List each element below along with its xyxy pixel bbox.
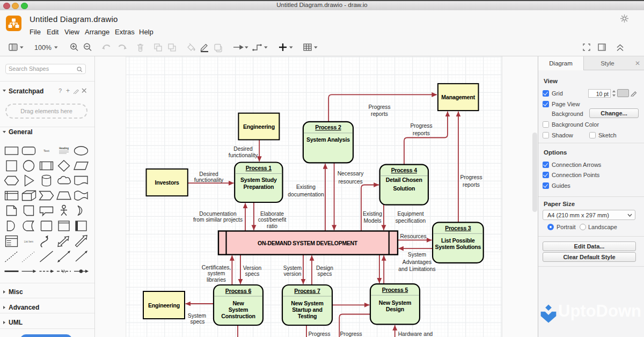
svg-text:from similar projects: from similar projects: [193, 217, 243, 223]
svg-text:Construction: Construction: [221, 313, 255, 319]
svg-text:and Limitations: and Limitations: [398, 266, 435, 272]
svg-text:Management: Management: [441, 94, 475, 100]
svg-text:System Study: System Study: [240, 177, 277, 183]
svg-text:specs: specs: [245, 271, 260, 277]
svg-text:specs: specs: [191, 319, 205, 325]
svg-text:Progress: Progress: [340, 331, 362, 337]
svg-text:System Analysis: System Analysis: [306, 136, 350, 143]
svg-text:resources: resources: [338, 179, 362, 185]
svg-text:ON-DEMAND SYSTEM DEVELOPMENT: ON-DEMAND SYSTEM DEVELOPMENT: [258, 240, 358, 246]
svg-text:System: System: [408, 252, 426, 258]
svg-text:Engineering: Engineering: [243, 123, 275, 130]
svg-text:Process 3: Process 3: [445, 225, 471, 231]
svg-text:reports: reports: [371, 111, 388, 117]
svg-text:Testing: Testing: [298, 313, 317, 319]
svg-text:functionality: functionality: [229, 152, 258, 158]
svg-text:System Solutions: System Solutions: [435, 244, 481, 250]
svg-text:reports: reports: [413, 130, 430, 136]
svg-text:documentation: documentation: [288, 192, 324, 197]
svg-text:Elaborate: Elaborate: [260, 211, 284, 217]
svg-text:Models: Models: [363, 218, 381, 224]
svg-text:Engineering: Engineering: [148, 302, 180, 309]
svg-text:specification: specification: [396, 218, 426, 224]
svg-text:libraries: libraries: [207, 277, 226, 283]
svg-text:Advantages: Advantages: [402, 259, 431, 265]
svg-text:Version: Version: [243, 265, 262, 271]
svg-text:Preparation: Preparation: [244, 184, 274, 190]
svg-text:Process 6: Process 6: [225, 288, 252, 294]
svg-text:Process 4: Process 4: [391, 167, 418, 173]
svg-text:Existing: Existing: [296, 184, 316, 190]
svg-text:Progress: Progress: [308, 331, 330, 337]
svg-text:List Item: List Item: [24, 240, 33, 243]
svg-text:Design: Design: [386, 306, 404, 312]
svg-text:Documentation: Documentation: [199, 211, 237, 217]
svg-text:version: version: [283, 271, 301, 277]
svg-text:Heading: Heading: [59, 147, 69, 150]
svg-text:Process 7: Process 7: [294, 288, 320, 294]
svg-text:Text: Text: [43, 149, 49, 152]
svg-text:Existing: Existing: [363, 211, 382, 217]
svg-text:Process 2: Process 2: [315, 124, 341, 130]
svg-text:New System: New System: [379, 299, 411, 306]
svg-text:System: System: [283, 265, 302, 271]
svg-text:Desired: Desired: [233, 146, 253, 152]
svg-text:Startup and: Startup and: [292, 306, 323, 313]
svg-text:functionality: functionality: [194, 177, 224, 183]
svg-text:Progress: Progress: [460, 174, 482, 180]
svg-text:Solution: Solution: [393, 185, 415, 192]
svg-text:System: System: [188, 313, 206, 319]
svg-text:100%: 100%: [34, 44, 52, 52]
svg-text:Necessary: Necessary: [338, 171, 364, 177]
svg-text:ratio: ratio: [267, 223, 277, 229]
svg-text:Design: Design: [316, 265, 333, 271]
svg-text:Process 5: Process 5: [382, 287, 408, 293]
svg-text:Hardware and: Hardware and: [398, 331, 433, 337]
svg-text:cost/benefit: cost/benefit: [258, 217, 287, 223]
svg-text:Process 1: Process 1: [246, 165, 272, 171]
svg-text:Equipment: Equipment: [397, 211, 423, 217]
svg-text:Resources: Resources: [400, 233, 426, 239]
svg-text:List Possible: List Possible: [441, 237, 475, 244]
svg-text:Investors: Investors: [155, 179, 179, 186]
svg-text:Desired: Desired: [199, 171, 218, 177]
svg-text:Certificates,: Certificates,: [202, 265, 231, 270]
svg-text:Progress: Progress: [368, 104, 390, 110]
svg-text:reports: reports: [463, 182, 480, 188]
svg-text:system: system: [208, 270, 225, 276]
svg-text:Progress: Progress: [410, 123, 432, 129]
svg-text:New System: New System: [291, 300, 323, 306]
svg-text:Detail Chosen: Detail Chosen: [386, 177, 422, 183]
svg-text:System: System: [229, 306, 248, 313]
svg-text:specs: specs: [318, 271, 332, 277]
svg-text:New: New: [232, 300, 244, 306]
